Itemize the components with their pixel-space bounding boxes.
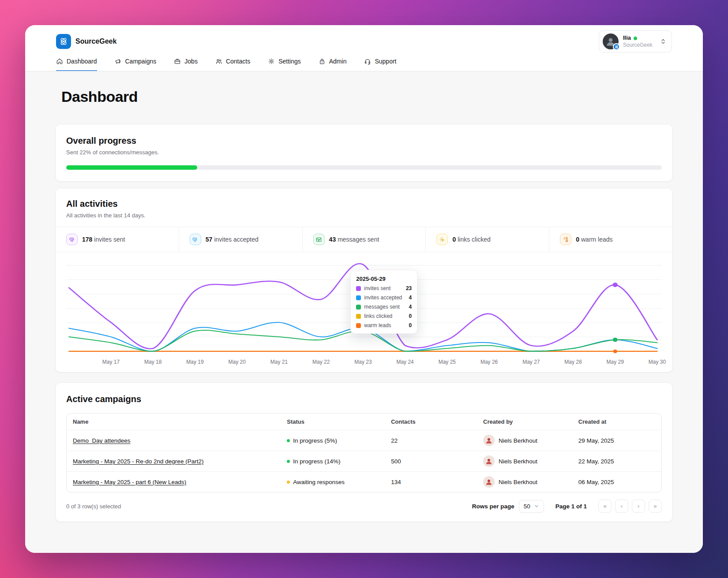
stat-invites-sent: 178invites sent [56, 227, 179, 252]
nav-label: Admin [329, 58, 347, 65]
x-axis-label: May 30 [649, 359, 666, 365]
col-created-by: Created by [477, 414, 572, 430]
heart-check-icon [190, 234, 201, 245]
table-row: Marketing - May 2025 - Re-do 2nd degree … [67, 451, 661, 472]
x-axis-label: May 25 [439, 359, 456, 365]
main-nav: Dashboard Campaigns Jobs Contacts Settin… [56, 54, 672, 71]
x-axis-label: May 20 [229, 359, 246, 365]
x-axis-label: May 18 [144, 359, 161, 365]
created-by-name: Niels Berkhout [499, 479, 537, 485]
series-swatch [356, 314, 361, 319]
series-swatch [356, 305, 361, 310]
nav-item-settings[interactable]: Settings [268, 54, 301, 71]
avatar [483, 455, 495, 467]
progress-bar-fill [66, 165, 197, 170]
activities-title: All activities [66, 199, 662, 209]
pagination: « ‹ › » [598, 500, 662, 513]
campaign-link[interactable]: Demo_Day attendees [73, 437, 131, 444]
cursor-click-icon [436, 234, 448, 245]
nav-label: Jobs [184, 58, 198, 65]
series-swatch [356, 323, 361, 328]
status-badge: In progress (14%) [287, 458, 379, 465]
x-axis-label: May 26 [480, 359, 498, 365]
chevron-down-icon [534, 503, 539, 509]
nav-item-jobs[interactable]: Jobs [174, 54, 198, 71]
nav-item-contacts[interactable]: Contacts [215, 54, 250, 71]
nav-label: Support [375, 58, 396, 65]
brand-badge-icon [613, 43, 620, 50]
created-at-date: 29 May, 2025 [572, 430, 661, 451]
created-by-name: Niels Berkhout [499, 437, 537, 444]
highlight-dot [613, 350, 617, 353]
overall-progress-card: Overall progress Sent 22% of connections… [55, 124, 673, 182]
stat-messages-sent: 43messages sent [303, 227, 426, 252]
prev-page-button[interactable]: ‹ [615, 500, 628, 513]
activity-chart[interactable]: May 17May 18May 19May 20May 21May 22May … [56, 252, 672, 372]
campaign-link[interactable]: Marketing - May 2025 - Re-do 2nd degree … [73, 458, 203, 465]
x-axis-label: May 29 [607, 359, 624, 365]
rows-per-page-label: Rows per page [472, 503, 514, 510]
nav-item-support[interactable]: Support [364, 54, 396, 71]
brand: SourceGeek [56, 34, 116, 49]
x-axis-label: May 23 [354, 359, 372, 365]
nav-label: Settings [278, 58, 301, 65]
x-axis-label: May 19 [186, 359, 203, 365]
megaphone-icon [115, 58, 122, 65]
page-content: Dashboard Overall progress Sent 22% of c… [25, 71, 703, 553]
created-at-date: 06 May, 2025 [572, 472, 661, 492]
contacts-count: 134 [385, 472, 477, 492]
stat-invites-accepted: 57invites accepted [179, 227, 303, 252]
stat-label: links clicked [458, 236, 491, 243]
stat-label: invites sent [94, 236, 125, 243]
table-row: Demo_Day attendees In progress (5%) 22 N… [67, 430, 661, 451]
mail-check-icon [313, 234, 325, 245]
x-axis-label: May 17 [102, 359, 120, 365]
series-swatch [356, 295, 361, 300]
thermometer-icon [560, 234, 571, 245]
avatar [483, 435, 495, 446]
table-row: Marketing - May 2025 - part 6 (New Leads… [67, 472, 661, 492]
app-header: SourceGeek [25, 25, 703, 71]
tooltip-date: 2025-05-29 [356, 276, 412, 282]
next-page-button[interactable]: › [632, 500, 645, 513]
table-footer: 0 of 3 row(s) selected Rows per page 50 … [66, 500, 662, 513]
nav-item-dashboard[interactable]: Dashboard [56, 54, 97, 71]
col-created-at: Created at [572, 414, 661, 430]
page-info: Page 1 of 1 [555, 503, 587, 510]
campaign-link[interactable]: Marketing - May 2025 - part 6 (New Leads… [73, 479, 186, 485]
avatar [483, 476, 495, 488]
active-campaigns-card: Active campaigns Name Status Contacts Cr… [55, 382, 673, 522]
brand-name: SourceGeek [75, 37, 116, 45]
first-page-button[interactable]: « [598, 500, 612, 513]
activity-stats-row: 178invites sent 57invites accepted 43mes… [56, 227, 672, 252]
last-page-button[interactable]: » [649, 500, 662, 513]
stat-value: 43 [329, 236, 336, 243]
tooltip-row: messages sent 4 [356, 304, 412, 310]
campaigns-title: Active campaigns [66, 394, 662, 404]
presence-dot [634, 37, 637, 40]
nav-label: Campaigns [125, 58, 157, 65]
tooltip-row: links clicked 0 [356, 313, 412, 319]
tooltip-row: invites sent 23 [356, 285, 412, 291]
col-contacts: Contacts [385, 414, 477, 430]
chart-tooltip: 2025-05-29 invites sent 23 invites accep… [350, 270, 417, 334]
nav-label: Contacts [226, 58, 250, 65]
col-name: Name [67, 414, 281, 430]
rows-per-page-select[interactable]: 50 [519, 500, 544, 513]
heart-icon [66, 234, 78, 245]
brand-logo-icon [56, 34, 71, 49]
account-switcher[interactable]: Ilia SourceGeek [599, 30, 672, 52]
activities-subtitle: All activities in the last 14 days. [66, 212, 662, 219]
tooltip-row: invites accepted 4 [356, 295, 412, 301]
nav-item-campaigns[interactable]: Campaigns [115, 54, 157, 71]
app-window: SourceGeek [25, 25, 703, 553]
stat-warm-leads: 0warm leads [549, 227, 672, 252]
desktop-backdrop: SourceGeek [0, 0, 728, 578]
stat-value: 0 [576, 236, 579, 243]
contacts-count: 500 [385, 451, 477, 472]
status-dot [287, 460, 290, 463]
x-axis-labels: May 17May 18May 19May 20May 21May 22May … [66, 357, 662, 369]
table-header-row: Name Status Contacts Created by Created … [67, 414, 661, 430]
x-axis-label: May 21 [270, 359, 288, 365]
nav-item-admin[interactable]: Admin [319, 54, 347, 71]
